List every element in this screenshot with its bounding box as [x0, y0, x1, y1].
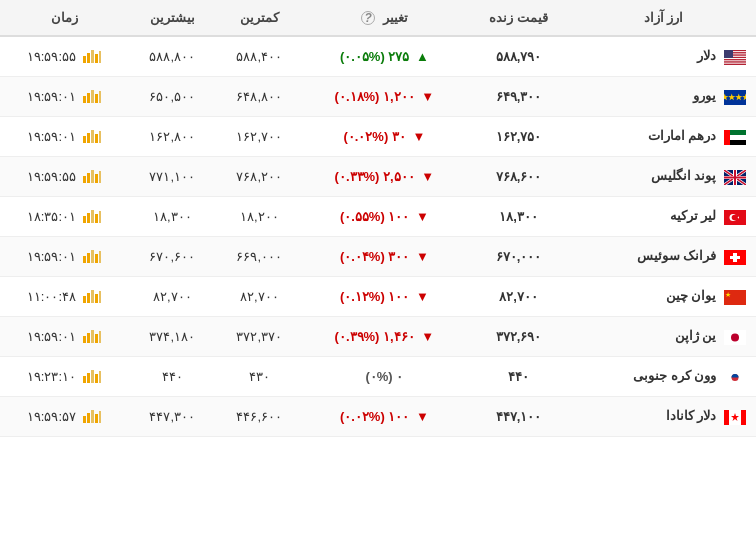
live-price-cell: ۶۷۰,۰۰۰ [466, 237, 571, 277]
currency-label: پوند انگلیس [651, 168, 717, 183]
time-cell: ۱۹:۲۳:۱۰ [0, 357, 129, 396]
max-cell: ۵۸۸,۸۰۰ [129, 36, 216, 77]
svg-rect-79 [99, 331, 101, 343]
time-cell: ۱۱:۰۰:۴۸ [0, 277, 129, 316]
table-row: لیر ترکیه ۱۸,۳۰۰ ۱۰۰ (۰.۵۵%) ۱۸,۲۰۰ ۱۸,۳… [0, 197, 756, 237]
header-time: زمان [0, 0, 129, 36]
min-cell: ۴۳۰ [216, 357, 303, 397]
live-price-cell: ۱۸,۳۰۰ [466, 197, 571, 237]
min-cell: ۶۴۸,۸۰۰ [216, 77, 303, 117]
svg-rect-78 [95, 334, 98, 343]
change-cell: ۳۰ (۰.۰۲%) [303, 117, 466, 157]
chart-icon[interactable] [82, 206, 102, 227]
time-value: ۱۹:۵۹:۵۵ [27, 49, 76, 64]
svg-rect-16 [91, 50, 94, 63]
currency-name-cell: یوان چین [571, 277, 756, 317]
max-cell: ۱۸,۳۰۰ [129, 197, 216, 237]
svg-rect-15 [87, 53, 90, 63]
max-cell: ۶۷۰,۶۰۰ [129, 237, 216, 277]
time-value: ۱۹:۵۹:۰۱ [27, 249, 76, 264]
svg-rect-24 [95, 94, 98, 103]
table-row: دلار ۵۸۸,۷۹۰ ۲۷۵ (۰.۰۵%) ۵۸۸,۴۰۰ ۵۸۸,۸۰۰… [0, 36, 756, 77]
table-row: فرانک سوئیس ۶۷۰,۰۰۰ ۳۰۰ (۰.۰۴%) ۶۶۹,۰۰۰ … [0, 237, 756, 277]
currency-name-cell: فرانک سوئیس [571, 237, 756, 277]
svg-rect-93 [91, 410, 94, 423]
currency-label: درهم امارات [648, 128, 717, 143]
svg-rect-65 [99, 251, 101, 263]
time-cell: ۱۹:۵۹:۵۷ [0, 397, 129, 436]
chart-icon[interactable] [82, 406, 102, 427]
chart-icon[interactable] [82, 166, 102, 187]
currency-name-cell: وون کره جنوبی [571, 357, 756, 397]
chart-icon[interactable] [82, 246, 102, 267]
flag-icon [724, 210, 746, 225]
svg-rect-86 [99, 371, 101, 383]
svg-rect-46 [91, 170, 94, 183]
svg-rect-18 [99, 51, 101, 63]
table-row: درهم امارات ۱۶۲,۷۵۰ ۳۰ (۰.۰۲%) ۱۶۲,۷۰۰ ۱… [0, 117, 756, 157]
svg-rect-33 [95, 134, 98, 143]
chart-icon[interactable] [82, 286, 102, 307]
live-price-cell: ۴۴۷,۱۰۰ [466, 397, 571, 437]
change-help-icon[interactable]: ? [361, 11, 375, 25]
svg-rect-25 [99, 91, 101, 103]
header-change: تغییر ? [303, 0, 466, 36]
max-cell: ۳۷۴,۱۸۰ [129, 317, 216, 357]
svg-rect-70 [91, 290, 94, 303]
svg-rect-61 [83, 256, 86, 263]
chart-icon[interactable] [82, 126, 102, 147]
currency-label: فرانک سوئیس [637, 248, 717, 263]
live-price-cell: ۳۷۲,۶۹۰ [466, 317, 571, 357]
svg-rect-11 [724, 62, 746, 63]
currency-label: دلار [697, 48, 716, 63]
max-cell: ۷۷۱,۱۰۰ [129, 157, 216, 197]
max-cell: ۸۲,۷۰۰ [129, 277, 216, 317]
time-value: ۱۹:۵۹:۵۵ [27, 169, 76, 184]
chart-icon[interactable] [82, 366, 102, 387]
time-value: ۱۹:۵۹:۰۱ [27, 89, 76, 104]
chart-icon[interactable] [82, 86, 102, 107]
time-value: ۱۱:۰۰:۴۸ [27, 289, 76, 304]
min-cell: ۶۶۹,۰۰۰ [216, 237, 303, 277]
time-cell: ۱۹:۵۹:۰۱ [0, 317, 129, 356]
svg-rect-56 [95, 214, 98, 223]
max-cell: ۴۴۷,۳۰۰ [129, 397, 216, 437]
svg-rect-88 [724, 410, 729, 425]
min-cell: ۳۷۲,۳۷۰ [216, 317, 303, 357]
live-price-cell: ۱۶۲,۷۵۰ [466, 117, 571, 157]
min-cell: ۷۶۸,۲۰۰ [216, 157, 303, 197]
header-max: بیشترین [129, 0, 216, 36]
table-row: وون کره جنوبی ۴۴۰ ۰ (۰%) ۴۳۰ ۴۴۰ ۱۹:۲۳:۱… [0, 357, 756, 397]
header-free-exchange: ارز آزاد [571, 0, 756, 36]
svg-rect-48 [99, 171, 101, 183]
currency-name-cell: درهم امارات [571, 117, 756, 157]
svg-rect-31 [87, 133, 90, 143]
time-cell: ۱۹:۵۹:۰۱ [0, 117, 129, 156]
chart-icon[interactable] [82, 46, 102, 67]
svg-rect-91 [83, 416, 86, 423]
svg-rect-7 [724, 58, 746, 59]
change-cell: ۱,۲۰۰ (۰.۱۸%) [303, 77, 466, 117]
live-price-cell: ۷۶۸,۶۰۰ [466, 157, 571, 197]
svg-rect-77 [91, 330, 94, 343]
currency-label: وون کره جنوبی [633, 368, 716, 383]
currency-label: دلار کانادا [666, 408, 717, 423]
svg-rect-72 [99, 291, 101, 303]
flag-icon [724, 250, 746, 265]
min-cell: ۸۲,۷۰۰ [216, 277, 303, 317]
svg-rect-8 [724, 59, 746, 60]
change-cell: ۲,۵۰۰ (۰.۳۳%) [303, 157, 466, 197]
svg-rect-75 [83, 336, 86, 343]
table-row: یوان چین ۸۲,۷۰۰ ۱۰۰ (۰.۱۲%) ۸۲,۷۰۰ ۸۲,۷۰… [0, 277, 756, 317]
live-price-cell: ۶۴۹,۳۰۰ [466, 77, 571, 117]
min-cell: ۱۶۲,۷۰۰ [216, 117, 303, 157]
currency-name-cell: دلار کانادا [571, 397, 756, 437]
time-value: ۱۹:۵۹:۵۷ [27, 409, 76, 424]
time-value: ۱۹:۵۹:۰۱ [27, 329, 76, 344]
svg-rect-53 [83, 216, 86, 223]
chart-icon[interactable] [82, 326, 102, 347]
svg-rect-71 [95, 294, 98, 303]
currency-label: ین ژاپن [675, 328, 717, 343]
change-label: تغییر [383, 10, 408, 25]
svg-rect-84 [91, 370, 94, 383]
